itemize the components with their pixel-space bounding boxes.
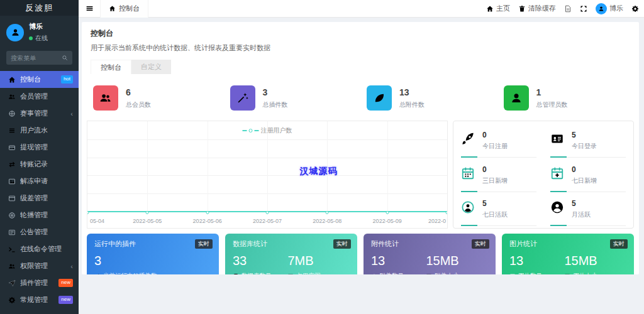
tab-custom[interactable]: 自定义	[131, 60, 171, 74]
user-status: 在线	[29, 34, 48, 43]
wheel-icon	[8, 212, 16, 219]
chart-legend[interactable]: 注册用户数	[243, 126, 292, 135]
card-database-stats[interactable]: 数据库统计 实时 33数据表数量 7MB占用空间	[225, 234, 357, 274]
users-icon	[8, 263, 16, 270]
stat-label: 总会员数	[126, 100, 151, 109]
sidebar-item-commands[interactable]: 在线命令管理	[0, 241, 79, 257]
card-value: 15MB	[564, 254, 619, 268]
stat-total-plugins: 3总插件数	[224, 85, 361, 111]
sidebar-item-unfreeze[interactable]: 解冻申请	[0, 173, 79, 190]
card-value: 13	[371, 254, 426, 268]
quick-stat-today-login: 5 今日登录	[550, 125, 626, 158]
settings-button[interactable]	[631, 5, 639, 13]
sidebar-item-dashboard[interactable]: 控制台hot	[0, 71, 79, 88]
data-point-marker[interactable]	[87, 211, 89, 214]
realtime-badge: 实时	[472, 239, 489, 249]
collapse-menu-button[interactable]	[79, 0, 100, 18]
legend-line-icon	[243, 130, 247, 131]
sidebar-item-user-flow[interactable]: 用户流水	[0, 122, 79, 139]
data-point-marker[interactable]	[326, 211, 329, 214]
sidebar-item-announcements[interactable]: 公告管理	[0, 224, 79, 241]
rocket-icon	[461, 132, 475, 146]
home-icon	[109, 5, 116, 12]
sidebar-item-transfers[interactable]: 转账记录	[0, 156, 79, 173]
realtime-badge: 实时	[610, 239, 628, 249]
card-value: 3	[94, 254, 211, 268]
stat-total-members: 6总会员数	[87, 85, 224, 111]
realtime-badge: 实时	[195, 239, 213, 249]
topbar-actions: 主页 清除缓存 博乐	[486, 3, 644, 14]
image-icon	[509, 273, 516, 275]
data-point-marker[interactable]	[446, 211, 448, 214]
stat-label: 总附件数	[399, 100, 425, 109]
data-point-marker[interactable]	[386, 211, 389, 214]
database-icon	[233, 273, 239, 275]
refresh-page-button[interactable]	[564, 5, 572, 13]
user-name: 博乐	[29, 22, 48, 31]
data-point-marker[interactable]	[266, 211, 269, 214]
main-panel: 控制台 用于展示当前系统中的统计数据、统计报表及重要实时数据 控制台 自定义 6…	[82, 22, 639, 274]
search-input[interactable]	[11, 55, 62, 62]
x-axis-tick: 2022-05-07	[253, 218, 282, 224]
card-value: 7MB	[287, 254, 342, 268]
stat-label: 总管理员数	[536, 100, 568, 109]
admin-user-icon	[504, 85, 529, 111]
funnel-icon	[564, 273, 570, 275]
registered-users-chart[interactable]: 注册用户数 汉城源码	[87, 121, 448, 229]
calendar-plus-icon	[550, 166, 564, 180]
x-axis-tick: 2022-0	[428, 218, 446, 224]
card-image-stats[interactable]: 图片统计 实时 13图片数量 15MB图片大小	[502, 234, 634, 274]
sidebar-item-plugins[interactable]: 插件管理new	[0, 274, 79, 291]
leaf-icon	[367, 85, 392, 111]
menu-search[interactable]	[6, 51, 72, 65]
home-icon	[486, 5, 494, 13]
quick-stat-today-register: 0 今日注册	[461, 125, 536, 158]
user-icon	[598, 6, 604, 12]
sidebar-item-members[interactable]: 会员管理	[0, 88, 79, 105]
sidebar-item-withdrawals[interactable]: 提现管理	[0, 139, 79, 156]
search-icon	[62, 55, 68, 61]
sidebar-item-settings[interactable]: 常规管理new	[0, 291, 79, 308]
sidebar-item-carousel[interactable]: 轮播管理	[0, 207, 79, 224]
users-group-icon	[93, 85, 118, 111]
tab-dashboard[interactable]: 控制台	[91, 60, 131, 74]
topbar-tab-dashboard[interactable]: 控制台	[100, 0, 148, 18]
transfer-icon	[8, 161, 16, 168]
data-point-marker[interactable]	[206, 211, 209, 214]
bottom-cards-row: 运行中的插件 实时 3 当前运行中的插件数 数据库统计 实时 33数据表数量 7…	[87, 234, 634, 274]
terminal-icon	[8, 246, 16, 253]
image-icon	[8, 178, 16, 185]
sidebar-user-panel[interactable]: 博乐 在线	[0, 16, 79, 48]
card-value: 13	[509, 254, 564, 268]
stat-value: 13	[399, 87, 425, 97]
target-icon	[8, 110, 16, 117]
quick-stat-3day-new: 0 三日新增	[461, 160, 536, 192]
quick-stat-7day-active: 5 七日活跃	[461, 193, 536, 226]
card-running-plugins[interactable]: 运行中的插件 实时 3 当前运行中的插件数	[87, 234, 219, 274]
paperclip-icon	[371, 273, 377, 275]
tab-strip: 控制台 自定义	[91, 60, 639, 74]
data-point-marker[interactable]	[146, 211, 149, 214]
x-axis-tick: 2022-05-08	[313, 218, 341, 224]
legend-line-icon	[255, 130, 259, 131]
user-menu[interactable]: 博乐	[596, 3, 623, 14]
watermark-text: 汉城源码	[299, 166, 337, 177]
paper-plane-icon	[8, 279, 16, 287]
tab-content: 6总会员数 3总插件数 13总附件数 1总管理员数	[82, 74, 639, 274]
calendar-icon	[461, 166, 475, 180]
gear-icon	[631, 5, 639, 13]
new-badge: new	[58, 279, 73, 286]
stat-value: 1	[536, 87, 568, 97]
card-value: 15MB	[426, 254, 480, 268]
stat-total-admins: 1总管理员数	[497, 85, 635, 111]
clear-cache-button[interactable]: 清除缓存	[518, 4, 556, 13]
sidebar-item-permissions[interactable]: 权限管理‹	[0, 257, 79, 274]
sidebar-item-events[interactable]: 赛事管理‹	[0, 105, 79, 122]
chevron-left-icon: ‹	[70, 110, 73, 117]
fullscreen-button[interactable]	[580, 5, 587, 13]
home-button[interactable]: 主页	[486, 4, 510, 13]
sidebar-item-level[interactable]: 级差管理	[0, 190, 79, 207]
funnel-icon	[426, 273, 432, 275]
card-attachment-stats[interactable]: 附件统计 实时 13附件数量 15MB附件大小	[364, 234, 496, 274]
user-avatar[interactable]	[6, 24, 24, 41]
